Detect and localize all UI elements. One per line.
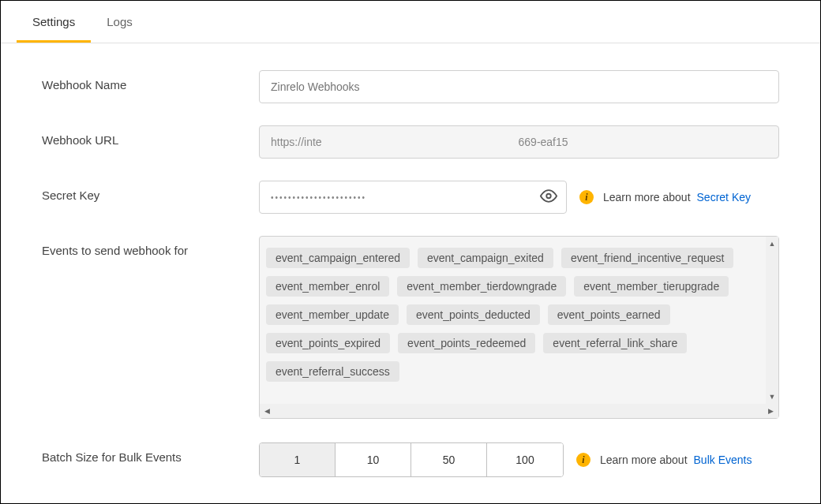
label-events: Events to send webhook for xyxy=(42,236,259,257)
event-tag[interactable]: event_referral_link_share xyxy=(543,333,687,353)
event-tag[interactable]: event_points_expired xyxy=(266,333,390,353)
bulk-events-link[interactable]: Bulk Events xyxy=(694,454,752,466)
field-webhook-name xyxy=(259,70,779,103)
field-webhook-url xyxy=(259,125,779,159)
secret-input-wrap xyxy=(259,181,567,214)
label-webhook-url: Webhook URL xyxy=(42,125,259,147)
batch-option-10[interactable]: 10 xyxy=(336,443,411,476)
batch-size-segmented: 11050100 xyxy=(259,442,564,477)
event-tag[interactable]: event_points_deducted xyxy=(407,304,540,325)
row-batch-size: Batch Size for Bulk Events 11050100 i Le… xyxy=(42,442,779,477)
event-tag[interactable]: event_referral_success xyxy=(266,361,399,382)
content-area: Webhook Name Webhook URL Secret Key xyxy=(1,43,820,493)
events-body: event_campaign_enteredevent_campaign_exi… xyxy=(260,237,778,404)
event-tag[interactable]: event_campaign_exited xyxy=(418,248,553,268)
event-tag[interactable]: event_points_earned xyxy=(548,304,670,325)
tab-logs[interactable]: Logs xyxy=(91,1,148,43)
scroll-left-icon[interactable]: ◀ xyxy=(264,407,270,415)
scrollbar-horizontal[interactable]: ◀ ▶ xyxy=(260,404,778,418)
label-webhook-name: Webhook Name xyxy=(42,70,259,91)
field-events: event_campaign_enteredevent_campaign_exi… xyxy=(259,236,779,419)
scroll-up-icon[interactable]: ▲ xyxy=(769,240,776,248)
scroll-right-icon[interactable]: ▶ xyxy=(768,407,774,415)
row-webhook-name: Webhook Name xyxy=(42,70,779,103)
info-icon: i xyxy=(576,453,590,467)
secret-help: i Learn more about Secret Key xyxy=(579,190,751,204)
row-webhook-url: Webhook URL xyxy=(42,125,779,159)
tab-settings[interactable]: Settings xyxy=(17,1,91,43)
events-selector[interactable]: event_campaign_enteredevent_campaign_exi… xyxy=(259,236,779,419)
svg-point-0 xyxy=(546,194,551,199)
events-tags-area: event_campaign_enteredevent_campaign_exi… xyxy=(260,237,766,404)
event-tag[interactable]: event_member_update xyxy=(266,304,399,325)
event-tag[interactable]: event_friend_incentive_request xyxy=(561,248,734,268)
field-batch: 11050100 i Learn more about Bulk Events xyxy=(259,442,779,477)
batch-option-100[interactable]: 100 xyxy=(487,443,563,476)
webhook-name-input[interactable] xyxy=(259,70,779,103)
row-events: Events to send webhook for event_campaig… xyxy=(42,236,779,419)
row-secret-key: Secret Key i Learn more about Secret Key xyxy=(42,181,779,214)
event-tag[interactable]: event_member_enrol xyxy=(266,276,389,297)
label-secret-key: Secret Key xyxy=(42,181,259,202)
field-secret-key: i Learn more about Secret Key xyxy=(259,181,779,214)
scroll-down-icon[interactable]: ▼ xyxy=(769,393,776,401)
eye-icon[interactable] xyxy=(540,188,557,207)
scrollbar-vertical[interactable]: ▲ ▼ xyxy=(766,237,778,404)
label-batch: Batch Size for Bulk Events xyxy=(42,442,259,464)
event-tag[interactable]: event_member_tierdowngrade xyxy=(397,276,566,297)
learn-more-label: Learn more about xyxy=(600,454,688,466)
batch-option-1[interactable]: 1 xyxy=(260,443,336,476)
event-tag[interactable]: event_member_tierupgrade xyxy=(574,276,729,297)
window: Settings Logs Webhook Name Webhook URL S… xyxy=(0,0,821,504)
learn-more-label: Learn more about xyxy=(603,191,691,203)
info-icon: i xyxy=(579,190,594,204)
secret-key-link[interactable]: Secret Key xyxy=(697,191,751,203)
tabs-bar: Settings Logs xyxy=(1,1,820,43)
event-tag[interactable]: event_campaign_entered xyxy=(266,248,410,268)
webhook-url-input[interactable] xyxy=(259,125,779,159)
bulk-help: i Learn more about Bulk Events xyxy=(576,453,752,467)
secret-key-input[interactable] xyxy=(259,181,567,214)
event-tag[interactable]: event_points_redeemed xyxy=(398,333,535,353)
batch-option-50[interactable]: 50 xyxy=(411,443,487,476)
